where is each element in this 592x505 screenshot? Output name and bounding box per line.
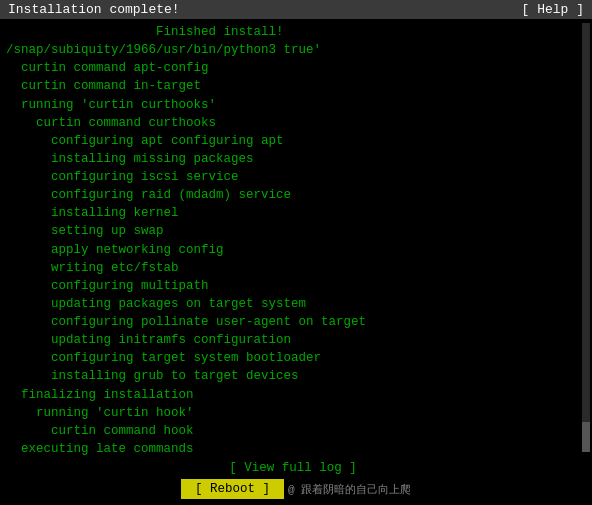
watermark-text: @ 跟着阴暗的自己向上爬: [288, 482, 411, 497]
help-button[interactable]: [ Help ]: [522, 2, 584, 17]
installer-window: Installation complete! [ Help ] Finished…: [0, 0, 592, 505]
reboot-button[interactable]: [ Reboot ]: [181, 479, 284, 499]
terminal-output: Finished install! /snap/subiquity/1966/u…: [0, 19, 592, 456]
scrollbar-thumb[interactable]: [582, 422, 590, 452]
window-title: Installation complete!: [8, 2, 180, 17]
bottom-buttons-row: [ Reboot ] @ 跟着阴暗的自己向上爬: [181, 479, 411, 499]
terminal-text: Finished install! /snap/subiquity/1966/u…: [6, 23, 586, 456]
scrollbar[interactable]: [582, 23, 590, 452]
bottom-hint-row: [ View full log ]: [229, 460, 363, 475]
title-bar: Installation complete! [ Help ]: [0, 0, 592, 19]
bottom-bar: [ View full log ] [ Reboot ] @ 跟着阴暗的自己向上…: [0, 456, 592, 505]
view-log-button[interactable]: [ View full log ]: [229, 461, 357, 475]
